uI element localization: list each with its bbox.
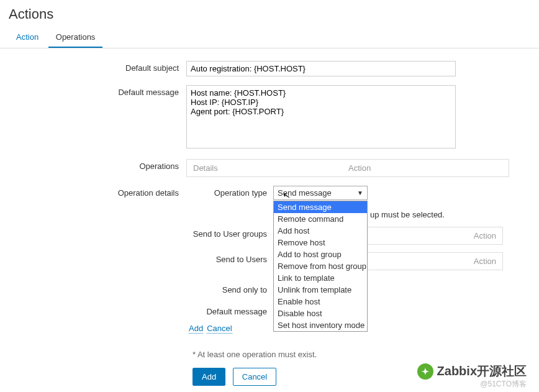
dropdown-item-link-to-template[interactable]: Link to template xyxy=(274,272,367,284)
send-to-user-groups-label: Send to User groups xyxy=(186,227,273,239)
send-to-users-label: Send to Users xyxy=(186,252,273,264)
dropdown-item-remove-from-host-group[interactable]: Remove from host group xyxy=(274,260,367,272)
chevron-down-icon: ▼ xyxy=(357,189,363,196)
dropdown-item-disable-host[interactable]: Disable host xyxy=(274,308,367,319)
operations-table: Details Action xyxy=(186,159,509,177)
watermark: ✦ Zabbix开源社区 xyxy=(417,363,527,380)
page-title: Actions xyxy=(0,0,539,27)
operation-type-label: Operation type xyxy=(186,186,273,198)
dropdown-item-send-message[interactable]: Send message xyxy=(274,201,367,213)
watermark-text: Zabbix开源社区 xyxy=(437,363,527,380)
operations-col-action: Action xyxy=(348,163,371,173)
dropdown-item-remote-command[interactable]: Remote command xyxy=(274,213,367,225)
watermark-sub: @51CTO博客 xyxy=(480,379,527,390)
operation-type-dropdown: Send message Remote command Add host Rem… xyxy=(273,201,368,332)
operation-details-label: Operation details xyxy=(6,186,186,198)
wechat-icon: ✦ xyxy=(417,363,433,380)
operations-col-details: Details xyxy=(193,163,348,173)
cancel-button[interactable]: Cancel xyxy=(233,368,276,386)
users-action-col: Action xyxy=(474,257,496,266)
default-subject-label: Default subject xyxy=(6,61,186,73)
form: Default subject Default message Operatio… xyxy=(0,48,539,392)
tabs: Action Operations xyxy=(0,27,539,48)
add-button[interactable]: Add xyxy=(192,368,225,386)
op-add-link[interactable]: Add xyxy=(189,324,203,334)
default-message-textarea[interactable] xyxy=(186,85,456,148)
user-groups-action-col: Action xyxy=(474,231,496,240)
send-only-to-label: Send only to xyxy=(186,283,273,294)
tab-operations[interactable]: Operations xyxy=(48,27,103,48)
tab-action[interactable]: Action xyxy=(9,27,46,48)
op-cancel-link[interactable]: Cancel xyxy=(207,324,232,334)
default-message-label: Default message xyxy=(6,85,186,97)
operation-details-form: Operation type Send message ▼ Send messa… xyxy=(186,186,509,341)
dropdown-item-set-host-inventory-mode[interactable]: Set host inventory mode xyxy=(274,319,367,331)
dropdown-item-unlink-from-template[interactable]: Unlink from template xyxy=(274,284,367,296)
dropdown-item-enable-host[interactable]: Enable host xyxy=(274,296,367,308)
operations-label: Operations xyxy=(6,159,186,171)
default-message-chk-label: Default message xyxy=(186,304,273,316)
default-subject-input[interactable] xyxy=(186,61,456,76)
operation-note: * At least one operation must exist. xyxy=(192,350,533,359)
selection-hint: up must be selected. xyxy=(370,207,445,219)
dropdown-item-add-to-host-group[interactable]: Add to host group xyxy=(274,248,367,260)
dropdown-item-remove-host[interactable]: Remove host xyxy=(274,237,367,248)
dropdown-item-add-host[interactable]: Add host xyxy=(274,225,367,237)
